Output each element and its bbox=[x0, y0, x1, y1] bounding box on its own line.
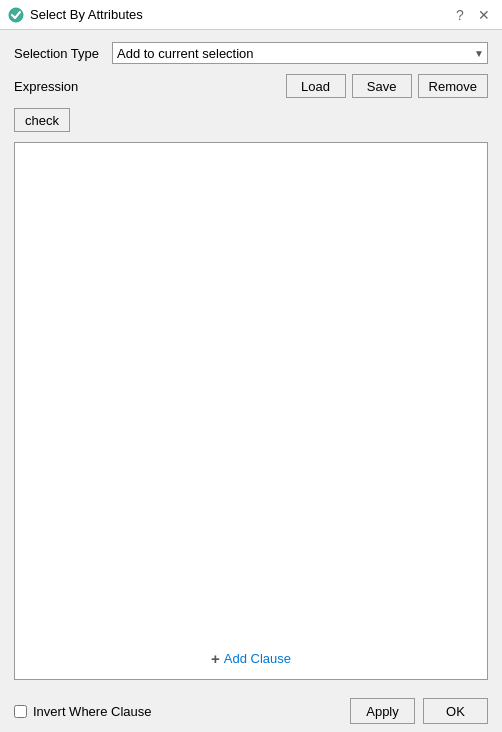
app-icon bbox=[8, 7, 24, 23]
footer-buttons: Apply OK bbox=[350, 698, 488, 724]
selection-type-row: Selection Type New selectionAdd to curre… bbox=[14, 42, 488, 64]
selection-type-dropdown[interactable]: New selectionAdd to current selectionRem… bbox=[112, 42, 488, 64]
expression-label: Expression bbox=[14, 79, 84, 94]
main-content: Selection Type New selectionAdd to curre… bbox=[0, 30, 502, 690]
save-button[interactable]: Save bbox=[352, 74, 412, 98]
add-clause-plus-icon: + bbox=[211, 650, 220, 667]
window-title: Select By Attributes bbox=[30, 7, 450, 22]
apply-button[interactable]: Apply bbox=[350, 698, 415, 724]
load-button[interactable]: Load bbox=[286, 74, 346, 98]
expression-area: + Add Clause bbox=[14, 142, 488, 680]
selection-type-dropdown-wrapper: New selectionAdd to current selectionRem… bbox=[112, 42, 488, 64]
invert-checkbox[interactable] bbox=[14, 705, 27, 718]
close-button[interactable]: ✕ bbox=[474, 5, 494, 25]
ok-button[interactable]: OK bbox=[423, 698, 488, 724]
add-clause-row: + Add Clause bbox=[15, 638, 487, 679]
footer: Invert Where Clause Apply OK bbox=[0, 690, 502, 732]
window-controls: ? ✕ bbox=[450, 5, 494, 25]
check-button-row: check bbox=[14, 108, 488, 132]
invert-row: Invert Where Clause bbox=[14, 704, 152, 719]
title-bar: Select By Attributes ? ✕ bbox=[0, 0, 502, 30]
remove-button[interactable]: Remove bbox=[418, 74, 488, 98]
expression-row: Expression Load Save Remove bbox=[14, 74, 488, 98]
check-button[interactable]: check bbox=[14, 108, 70, 132]
add-clause-button[interactable]: + Add Clause bbox=[203, 646, 299, 671]
selection-type-label: Selection Type bbox=[14, 46, 104, 61]
expression-buttons: Load Save Remove bbox=[286, 74, 488, 98]
add-clause-label: Add Clause bbox=[224, 651, 291, 666]
help-button[interactable]: ? bbox=[450, 5, 470, 25]
invert-label[interactable]: Invert Where Clause bbox=[33, 704, 152, 719]
expression-editor[interactable] bbox=[15, 143, 487, 638]
